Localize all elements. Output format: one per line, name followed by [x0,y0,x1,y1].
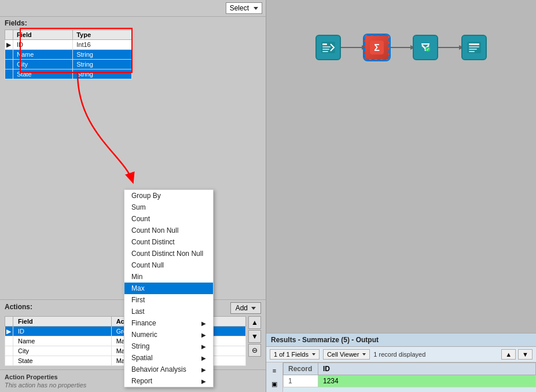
cell-viewer-btn[interactable]: Cell Viewer [323,349,370,360]
dropdown-item-label: Finance [131,319,156,327]
browse-node[interactable] [461,35,487,60]
dropdown-item[interactable]: Count [124,213,213,225]
dropdown-item[interactable]: Count Distinct [124,236,213,248]
add-button[interactable]: Add [230,302,261,314]
dropdown-item[interactable]: Numeric▶ [124,329,213,340]
results-toolbar: 1 of 1 Fields Cell Viewer 1 record displ… [266,347,536,362]
dropdown-item[interactable]: Last [124,306,213,317]
dropdown-item-label: Last [131,307,145,316]
field-type-cell: String [73,60,132,69]
results-content: ≡ ▣ Record ID 1 1234 [266,362,536,392]
dropdown-item[interactable]: Behavior Analysis▶ [124,364,213,375]
action-arrow-cell: ▶ [5,327,13,336]
connector-2 [390,47,413,48]
submenu-arrow-icon: ▶ [201,320,206,327]
action-field-cell: Name [13,336,112,346]
fields-row[interactable]: City String [5,60,132,69]
results-header: Results - Summarize (5) - Output [266,334,536,347]
select-arrow-icon [254,7,258,10]
dropdown-item[interactable]: Sum [124,202,213,213]
right-panel: Σ ✓ [266,0,536,392]
dropdown-item-label: String [131,342,149,350]
remove-button[interactable]: ⊖ [248,344,261,357]
dropdown-item-label: Max [131,284,145,292]
dropdown-item[interactable]: Finance▶ [124,317,213,329]
action-arrow-cell [5,356,13,366]
table-icon[interactable]: ≡ [269,365,280,376]
row-arrow [5,50,13,60]
summarize-node-icon: Σ [369,39,385,56]
field-col-header: Field [13,30,73,40]
connector-1 [341,47,364,48]
fields-row[interactable]: Name String [5,50,132,60]
filter-node-icon: ✓ [417,39,434,56]
record-cell: 1 [284,375,318,387]
dropdown-item[interactable]: First [124,294,213,306]
svg-rect-15 [469,49,477,50]
svg-rect-5 [322,51,328,52]
results-row: 1 1234 [284,375,536,387]
dropdown-item-label: Count Null [131,261,164,269]
summarize-node[interactable]: Σ [364,35,390,60]
action-field-cell: City [13,346,112,356]
sort-desc-btn[interactable]: ▼ [518,349,533,360]
dropdown-item[interactable]: Count Distinct Non Null [124,248,213,259]
dropdown-item[interactable]: Group By [124,190,213,202]
submenu-arrow-icon: ▶ [201,378,206,384]
svg-rect-13 [469,43,479,45]
dropdown-item-label: Count Non Null [131,226,178,235]
dropdown-item-label: Count Distinct [131,238,175,246]
field-arrow-header [5,30,13,40]
side-buttons: ▲ ▼ ⊖ [248,316,261,366]
sort-asc-btn[interactable]: ▲ [501,349,516,360]
fields-count-arrow [312,353,315,356]
svg-text:✓: ✓ [426,47,430,52]
input-node[interactable] [315,35,341,60]
dropdown-item[interactable]: Min [124,271,213,283]
field-name-cell: Name [13,50,73,60]
column-icon[interactable]: ▣ [269,378,280,390]
id-cell: 1234 [318,375,536,387]
dropdown-item-label: Group By [131,192,161,200]
dropdown-item[interactable]: Spatial▶ [124,352,213,364]
row-arrow [5,60,13,69]
field-name-cell: State [13,69,73,79]
action-arrow-cell [5,336,13,346]
dropdown-item-label: Behavior Analysis [131,365,186,373]
action-arrow-cell [5,346,13,356]
select-dropdown[interactable]: Select [226,2,262,14]
dropdown-item-label: Sum [131,203,146,211]
dropdown-item-label: Min [131,273,142,281]
dropdown-item[interactable]: Max [124,283,213,294]
move-up-button[interactable]: ▲ [248,316,261,329]
dropdown-item[interactable]: String▶ [124,340,213,352]
id-col-header: ID [318,363,536,375]
results-left-icons: ≡ ▣ [266,362,283,392]
row-arrow: ▶ [5,40,13,50]
add-label: Add [236,304,248,312]
filter-node[interactable]: ✓ [413,35,438,60]
dropdown-item-label: First [131,296,145,304]
field-name-cell: ID [13,40,73,50]
cell-viewer-label: Cell Viewer [327,351,359,358]
fields-label: Fields: [5,19,261,27]
dropdown-item[interactable]: Report▶ [124,375,213,387]
field-type-cell: Int16 [73,40,132,50]
select-label: Select [230,4,249,12]
svg-rect-4 [322,49,329,50]
svg-rect-2 [322,43,327,45]
row-arrow [5,69,13,79]
workflow-nodes: Σ ✓ [315,35,487,60]
move-down-button[interactable]: ▼ [248,330,261,343]
svg-rect-14 [469,46,479,47]
results-panel: Results - Summarize (5) - Output 1 of 1 … [266,333,536,392]
dropdown-item[interactable]: Count Non Null [124,225,213,236]
fields-row[interactable]: ▶ ID Int16 [5,40,132,50]
record-count-label: 1 record displayed [373,351,425,358]
dropdown-item[interactable]: Count Null [124,259,213,271]
fields-row[interactable]: State String [5,69,132,79]
fields-count-btn[interactable]: 1 of 1 Fields [270,349,320,360]
main-layout: Select Fields: Field Type ▶ ID Int16 Nam… [0,0,536,392]
fields-count-label: 1 of 1 Fields [274,351,309,358]
action-field-cell: State [13,356,112,366]
